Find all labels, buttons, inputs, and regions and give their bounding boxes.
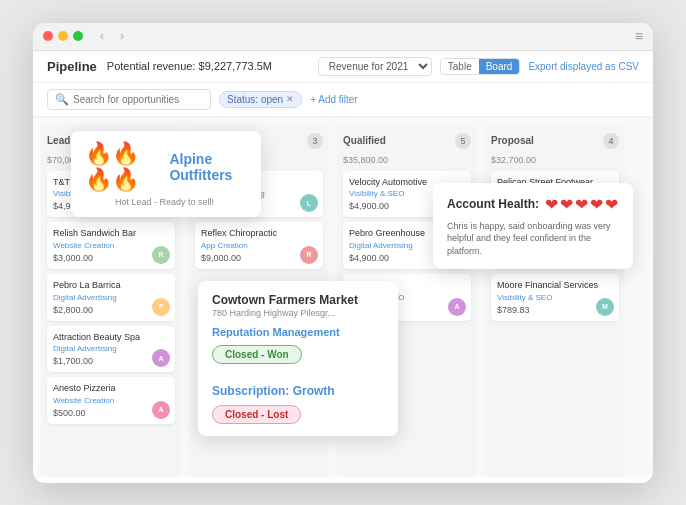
col-count-contact: 3 xyxy=(307,133,323,149)
dot-green[interactable] xyxy=(73,31,83,41)
pipeline-title: Pipeline xyxy=(47,59,97,74)
search-input[interactable] xyxy=(73,94,203,105)
hearts-rating: ❤ ❤ ❤ ❤ ❤ xyxy=(545,195,618,214)
heart-3: ❤ xyxy=(575,195,588,214)
cowtown-title2: Subscription: Growth xyxy=(212,384,384,398)
browser-titlebar: ‹ › ≡ xyxy=(33,23,653,51)
col-count-qualified: 5 xyxy=(455,133,471,149)
heart-2: ❤ xyxy=(560,195,573,214)
card-lead-2[interactable]: Relish Sandwich Bar Website Creation $3,… xyxy=(47,222,175,269)
col-header-proposal: Proposal 4 xyxy=(491,133,619,149)
account-health-text: Chris is happy, said onboarding was very… xyxy=(447,220,619,258)
avatar: A xyxy=(448,298,466,316)
status-badge-close[interactable]: ✕ xyxy=(286,94,294,104)
app-header: Pipeline Potential revenue: $9,227,773.5… xyxy=(33,51,653,83)
col-count-proposal: 4 xyxy=(603,133,619,149)
avatar: A xyxy=(152,401,170,419)
alpine-header: 🔥🔥🔥🔥 Alpine Outfitters xyxy=(85,141,247,193)
col-title-proposal: Proposal xyxy=(491,135,534,146)
badge-closed-won: Closed - Won xyxy=(212,345,302,364)
cowtown-title: Cowtown Farmers Market xyxy=(212,293,384,307)
forward-icon[interactable]: › xyxy=(115,29,129,43)
fire-icon: 🔥🔥🔥🔥 xyxy=(85,141,161,193)
board-view-btn[interactable]: Board xyxy=(479,59,520,74)
card-lead-3[interactable]: Pebro La Barrica Digital Advertising $2,… xyxy=(47,274,175,321)
col-total-proposal: $32,700.00 xyxy=(491,155,619,165)
card-contact-2[interactable]: Reflex Chiropractic App Creation $9,000.… xyxy=(195,222,323,269)
avatar: R xyxy=(300,246,318,264)
export-link[interactable]: Export displayed as CSV xyxy=(528,61,639,72)
header-right: Revenue for 2021 Table Board Export disp… xyxy=(318,57,639,76)
menu-icon[interactable]: ≡ xyxy=(635,28,643,44)
cowtown-service: Reputation Management xyxy=(212,326,384,338)
table-view-btn[interactable]: Table xyxy=(441,59,479,74)
avatar: P xyxy=(152,298,170,316)
back-icon[interactable]: ‹ xyxy=(95,29,109,43)
account-health-title: Account Health: xyxy=(447,197,539,211)
browser-dots xyxy=(43,31,83,41)
card-lead-4[interactable]: Attraction Beauty Spa Digital Advertisin… xyxy=(47,326,175,373)
add-filter-btn[interactable]: + Add filter xyxy=(310,94,358,105)
col-title-lead: Lead xyxy=(47,135,70,146)
filter-bar: 🔍 Status: open ✕ + Add filter xyxy=(33,83,653,117)
browser-nav: ‹ › xyxy=(95,29,129,43)
heart-5: ❤ xyxy=(605,195,618,214)
avatar: R xyxy=(152,246,170,264)
tooltip-alpine: 🔥🔥🔥🔥 Alpine Outfitters Hot Lead - Ready … xyxy=(71,131,261,217)
col-title-qualified: Qualified xyxy=(343,135,386,146)
status-filter-badge[interactable]: Status: open ✕ xyxy=(219,91,302,108)
kanban-col-proposal: Proposal 4 $32,700.00 Pelican Street Foo… xyxy=(485,125,625,477)
heart-4: ❤ xyxy=(590,195,603,214)
col-total-qualified: $35,800.00 xyxy=(343,155,471,165)
potential-revenue-label: Potential revenue: $9,227,773.5M xyxy=(107,60,272,72)
search-icon: 🔍 xyxy=(55,93,69,106)
alpine-sub: Hot Lead - Ready to sell! xyxy=(115,197,247,207)
cowtown-address: 780 Harding Highway Pilesgr... xyxy=(212,308,384,318)
alpine-name: Alpine Outfitters xyxy=(169,151,247,183)
tooltip-account: Account Health: ❤ ❤ ❤ ❤ ❤ Chris is happy… xyxy=(433,183,633,270)
dot-red[interactable] xyxy=(43,31,53,41)
tooltip-cowtown: Cowtown Farmers Market 780 Harding Highw… xyxy=(198,281,398,436)
browser-window: ‹ › ≡ Pipeline Potential revenue: $9,227… xyxy=(33,23,653,483)
revenue-select[interactable]: Revenue for 2021 xyxy=(318,57,432,76)
search-box[interactable]: 🔍 xyxy=(47,89,211,110)
avatar: M xyxy=(596,298,614,316)
badge-closed-lost: Closed - Lost xyxy=(212,405,301,424)
view-toggle: Table Board xyxy=(440,58,521,75)
heart-1: ❤ xyxy=(545,195,558,214)
card-proposal-3[interactable]: Moore Financial Services Visibility & SE… xyxy=(491,274,619,321)
col-header-qualified: Qualified 5 xyxy=(343,133,471,149)
card-lead-5[interactable]: Anesto Pizzeria Website Creation $500.00… xyxy=(47,377,175,424)
account-health-header: Account Health: ❤ ❤ ❤ ❤ ❤ xyxy=(447,195,619,214)
dot-yellow[interactable] xyxy=(58,31,68,41)
